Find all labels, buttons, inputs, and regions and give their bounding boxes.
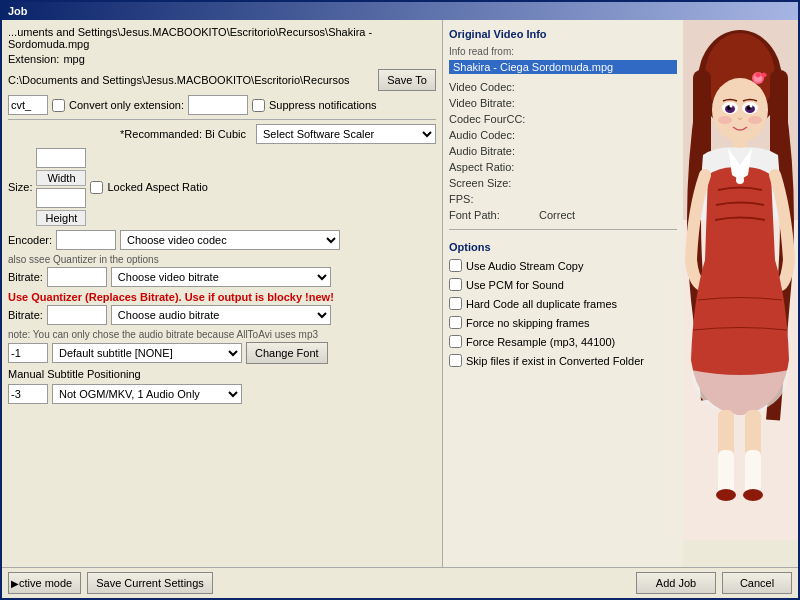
video-bitrate-label: Bitrate: [8,271,43,283]
extension-row: Extension: mpg [8,53,436,65]
use-pcm-label: Use PCM for Sound [466,279,564,291]
video-codec-row: Video Codec: [449,81,677,93]
extension-label: Extension: [8,53,59,65]
left-panel: ...uments and Settings\Jesus.MACBOOKITO\… [2,20,443,567]
aspect-ratio-label: Aspect Ratio: [449,161,539,173]
skip-files-checkbox[interactable] [449,354,462,367]
fps-label: FPS: [449,193,539,205]
svg-point-15 [718,116,732,124]
audio-track-row: Not OGM/MKV, 1 Audio Only [8,384,436,404]
encoder-label: Encoder: [8,234,52,246]
option-audio-stream-copy: Use Audio Stream Copy [449,259,677,272]
force-no-skipping-checkbox[interactable] [449,316,462,329]
force-no-skipping-label: Force no skipping frames [466,317,590,329]
original-video-info-title: Original Video Info [449,28,677,40]
right-info-panel: Original Video Info Info read from: Shak… [443,20,683,567]
svg-point-18 [736,176,744,184]
scaler-row: *Recommanded: Bi Cubic Select Software S… [8,124,436,144]
subtitle-select[interactable]: Default subtitle [NONE] [52,343,242,363]
subtitle-num-input[interactable] [8,343,48,363]
audio-note: note: You can only chose the audio bitra… [8,329,436,340]
audio-track-num-input[interactable] [8,384,48,404]
prefix-input[interactable] [8,95,48,115]
video-codec-label: Video Codec: [449,81,539,93]
output-path: C:\Documents and Settings\Jesus.MACBOOKI… [8,74,350,86]
option-force-no-skipping: Force no skipping frames [449,316,677,329]
fps-row: FPS: [449,193,677,205]
video-bitrate-info-row: Video Bitrate: [449,97,677,109]
force-resample-label: Force Resample (mp3, 44100) [466,336,615,348]
width-input[interactable] [36,148,86,168]
option-force-resample: Force Resample (mp3, 44100) [449,335,677,348]
audio-bitrate-row: Bitrate: Choose audio bitrate [8,305,436,325]
scaler-select[interactable]: Select Software Scaler [256,124,436,144]
height-input[interactable] [36,188,86,208]
force-resample-checkbox[interactable] [449,335,462,348]
font-path-label: Font Path: [449,209,539,221]
suppress-notifications-checkbox[interactable] [252,99,265,112]
option-pcm-sound: Use PCM for Sound [449,278,677,291]
prefix-row: Convert only extension: Suppress notific… [8,95,436,115]
titlebar: Job [2,2,798,20]
svg-point-24 [743,489,763,501]
active-mode-button[interactable]: ▶ctive mode [8,572,81,594]
save-current-settings-button[interactable]: Save Current Settings [87,572,213,594]
add-job-button[interactable]: Add Job [636,572,716,594]
audio-track-select[interactable]: Not OGM/MKV, 1 Audio Only [52,384,242,404]
use-audio-stream-copy-checkbox[interactable] [449,259,462,272]
audio-bitrate-info-row: Audio Bitrate: [449,145,677,157]
skip-files-label: Skip files if exist in Converted Folder [466,355,644,367]
convert-only-ext-label: Convert only extension: [69,99,184,111]
anime-image-panel [683,20,798,567]
font-path-value: Correct [539,209,575,221]
audio-codec-label: Audio Codec: [449,129,539,141]
option-hard-code-duplicate: Hard Code all duplicate frames [449,297,677,310]
output-row: C:\Documents and Settings\Jesus.MACBOOKI… [8,69,436,91]
filepath-display: ...uments and Settings\Jesus.MACBOOKITO\… [8,26,436,50]
bottom-bar: ▶ctive mode Save Current Settings Add Jo… [2,567,798,598]
hard-code-duplicate-label: Hard Code all duplicate frames [466,298,617,310]
video-codec-input[interactable] [56,230,116,250]
manual-subtitle-label: Manual Subtitle Positioning [8,368,436,380]
font-path-row: Font Path: Correct [449,209,677,221]
locked-aspect-label: Locked Aspect Ratio [107,181,207,193]
use-pcm-checkbox[interactable] [449,278,462,291]
anime-character-image [683,20,798,540]
info-filename: Shakira - Ciega Sordomuda.mpg [449,60,677,74]
screen-size-label: Screen Size: [449,177,539,189]
audio-bitrate-select[interactable]: Choose audio bitrate [111,305,331,325]
suppress-notifications-label: Suppress notifications [269,99,377,111]
screen-size-row: Screen Size: [449,177,677,189]
change-font-button[interactable]: Change Font [246,342,328,364]
video-bitrate-info-label: Video Bitrate: [449,97,539,109]
recommend-text: *Recommanded: Bi Cubic [120,128,246,140]
codec-select[interactable]: Choose video codec [120,230,340,250]
svg-point-23 [716,489,736,501]
options-title: Options [449,241,677,253]
bitrate-select[interactable]: Choose video bitrate [111,267,331,287]
option-skip-files: Skip files if exist in Converted Folder [449,354,677,367]
audio-bitrate-input[interactable] [47,305,107,325]
convert-ext-input[interactable] [188,95,248,115]
quantizer-note: also ssee Quantizer in the options [8,254,436,265]
info-read-from-label: Info read from: [449,46,677,57]
locked-aspect-checkbox[interactable] [90,181,103,194]
width-label: Width [36,170,86,186]
hard-code-duplicate-checkbox[interactable] [449,297,462,310]
convert-only-ext-checkbox[interactable] [52,99,65,112]
encoder-row: Encoder: Choose video codec [8,230,436,250]
window-title: Job [8,5,28,17]
audio-bitrate-label: Bitrate: [8,309,43,321]
video-bitrate-input[interactable] [47,267,107,287]
svg-rect-21 [718,450,734,495]
svg-point-4 [712,78,768,142]
audio-codec-row: Audio Codec: [449,129,677,141]
use-audio-stream-copy-label: Use Audio Stream Copy [466,260,583,272]
svg-point-16 [748,116,762,124]
cancel-button[interactable]: Cancel [722,572,792,594]
extension-value: mpg [63,53,84,65]
quantizer-warning: Use Quantizer (Replaces Bitrate). Use if… [8,291,436,303]
codec-fourcc-label: Codec FourCC: [449,113,539,125]
save-to-button[interactable]: Save To [378,69,436,91]
aspect-ratio-row: Aspect Ratio: [449,161,677,173]
